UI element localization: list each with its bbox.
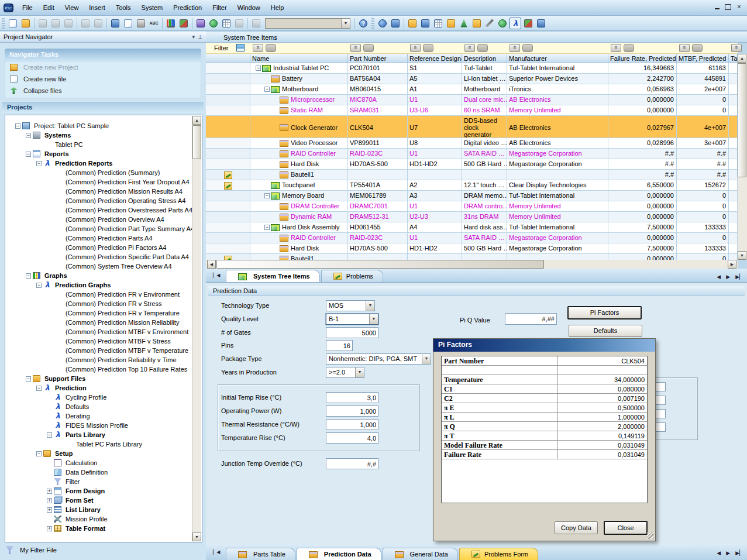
cell-manufacturer[interactable]: Memory Unlimited	[507, 212, 608, 222]
cell-name[interactable]: Battery	[250, 74, 348, 84]
panel-menu-icon[interactable]: ▾	[192, 34, 195, 40]
print-preview-icon[interactable]	[122, 18, 134, 29]
tree-expander-icon[interactable]: +	[47, 498, 52, 503]
nav-tree-item[interactable]: −Systems	[6, 130, 192, 140]
nav-tree-item[interactable]: (Common) Prediction MTBF v Stress	[6, 336, 192, 346]
tools-icon[interactable]	[484, 18, 495, 29]
cell-part-number[interactable]	[348, 254, 408, 260]
tree-expander-icon[interactable]: +	[47, 489, 52, 494]
cell-part-number[interactable]: DRAM512-31	[348, 212, 408, 222]
defaults-button[interactable]: Defaults	[569, 325, 642, 337]
cell-mtbf[interactable]: 133333	[677, 243, 729, 254]
cell-mtbf[interactable]: 445891	[677, 74, 729, 84]
cell-part-number[interactable]: BAT56A04	[348, 74, 408, 84]
cell-mtbf[interactable]: 0	[677, 201, 729, 212]
cell-failure-rate[interactable]: 6,550000	[608, 180, 677, 191]
cell-manufacturer[interactable]	[507, 254, 608, 260]
cell-ta[interactable]	[729, 159, 738, 170]
scroll-left-icon[interactable]: ◀	[207, 260, 216, 269]
cell-reference-designator[interactable]: U1	[408, 149, 462, 159]
cell-name[interactable]: RAID Controller	[250, 149, 348, 159]
menu-view[interactable]: View	[60, 2, 84, 13]
table-row[interactable]: DRAM ControllerDRAMC7001U1DRAM contro…Me…	[206, 201, 738, 212]
nav-tree-item[interactable]: (Common) Prediction (Summary)	[6, 168, 192, 177]
nav-tree-item[interactable]: (Common) Prediction Operating Stress A4	[6, 196, 192, 205]
column-header-name[interactable]: Name	[250, 54, 348, 63]
nav-tree-item[interactable]: (Common) Prediction FR v Environment	[6, 290, 192, 299]
cell-manufacturer[interactable]: Tuf-Tablet International	[507, 222, 608, 233]
cell-description[interactable]	[462, 254, 507, 260]
filter-menu-icon[interactable]: ≡	[410, 44, 421, 52]
cell-mtbf[interactable]: #.#	[677, 170, 729, 180]
chevron-down-icon[interactable]: ▼	[366, 301, 374, 311]
cell-part-number[interactable]: MEM061789	[348, 191, 408, 201]
cell-ta[interactable]	[729, 191, 738, 201]
tab-problems[interactable]: Problems	[321, 270, 383, 282]
cell-reference-designator[interactable]: U8	[408, 138, 462, 149]
tree-expander-icon[interactable]: −	[26, 152, 31, 157]
tree-expander-icon[interactable]: −	[36, 386, 42, 391]
calculator-icon[interactable]	[195, 18, 206, 29]
spreadsheet-icon[interactable]	[221, 18, 232, 29]
nav-tree-item[interactable]: (Common) Prediction Overstressed Parts A…	[6, 205, 192, 215]
nav-tree-item[interactable]: (Common) Prediction First Year Dropout A…	[6, 177, 192, 187]
menu-tools[interactable]: Tools	[111, 2, 136, 13]
tab-scroll-right-icon[interactable]: ▶	[726, 550, 730, 556]
close-button[interactable]: ×	[735, 3, 743, 11]
task-collapse-files[interactable]: Collapse files	[5, 85, 201, 97]
cell-name[interactable]: −Industrial Tablet PC	[250, 63, 348, 74]
nav-tree-item[interactable]: −Graphs	[6, 271, 192, 280]
lambda-prediction-icon[interactable]: λ	[510, 18, 521, 29]
table-row[interactable]: Static RAMSRAM031U3-U660 ns SRAMMemory U…	[206, 105, 738, 116]
cell-manufacturer[interactable]: Tuf-Tablet International	[507, 63, 608, 74]
copy-icon[interactable]	[50, 18, 61, 29]
save-filter-icon[interactable]	[236, 44, 245, 51]
chevron-down-icon[interactable]: ▼	[341, 19, 350, 28]
cell-name[interactable]: Static RAM	[250, 105, 348, 116]
grid-horizontal-scrollbar[interactable]: ◀ ▶	[206, 260, 738, 269]
scroll-up-icon[interactable]: ▲	[192, 116, 201, 125]
tab-scroll-first-icon[interactable]: ▏◀	[213, 548, 222, 557]
scroll-thumb[interactable]	[738, 63, 746, 177]
tab-scroll-last-icon[interactable]: ▶▏	[735, 274, 743, 280]
split-view-icon[interactable]	[390, 18, 401, 29]
cell-reference-designator[interactable]: A3	[408, 191, 462, 201]
cell-part-number[interactable]: RAID-023C	[348, 233, 408, 243]
nav-tree-item[interactable]: +List Library	[6, 505, 192, 514]
cell-reference-designator[interactable]: HD1-HD2	[408, 159, 462, 170]
cell-manufacturer[interactable]: Megastorage Corporation	[507, 159, 608, 170]
nav-tree-item[interactable]: (Common) Prediction Part Type Summary A4	[6, 224, 192, 233]
cell-part-number[interactable]: MB060415	[348, 84, 408, 95]
cell-mtbf[interactable]: 0	[677, 191, 729, 201]
cell-description[interactable]: Dual core mic…	[462, 95, 507, 105]
chevron-down-icon[interactable]: ▼	[355, 367, 364, 377]
cell-description[interactable]: Hard disk ass…	[462, 222, 507, 233]
cell-failure-rate[interactable]: #.#	[608, 159, 677, 170]
search-gears-icon[interactable]	[471, 18, 483, 29]
column-header-description[interactable]: Description	[462, 54, 507, 63]
close-button[interactable]: Close	[604, 521, 648, 535]
cell-description[interactable]: Li-Ion tablet …	[462, 74, 507, 84]
blocks-icon[interactable]	[522, 18, 534, 29]
nav-tree-item[interactable]: (Common) Prediction Mission Results A4	[6, 187, 192, 196]
cell-mtbf[interactable]: 0	[677, 95, 729, 105]
org-chart-icon[interactable]	[419, 18, 431, 29]
nav-tree-item[interactable]: (Common) Prediction Top 10 Failure Rates	[6, 365, 192, 374]
filter-menu-icon[interactable]: ≡	[731, 44, 742, 52]
tab-prediction-data[interactable]: Prediction Data	[297, 548, 381, 560]
menu-system[interactable]: System	[136, 2, 168, 13]
cell-mtbf[interactable]: #.#	[677, 149, 729, 159]
nav-tree-item[interactable]: λCycling Profile	[6, 393, 192, 402]
cell-part-number[interactable]: TP55401A	[348, 180, 408, 191]
nav-tree-item[interactable]: −λPrediction	[6, 383, 192, 393]
chevron-down-icon[interactable]: ▼	[422, 354, 431, 364]
cell-description[interactable]: 500 GB Hard …	[462, 243, 507, 254]
pins-input[interactable]	[326, 340, 353, 351]
table-row[interactable]: −Memory BoardMEM061789A3DRAM memo…Tuf-Ta…	[206, 191, 738, 201]
cell-failure-rate[interactable]: 0,000000	[608, 233, 677, 243]
cell-reference-designator[interactable]: A2	[408, 180, 462, 191]
nav-tree-item[interactable]: λDerating	[6, 411, 192, 421]
cell-mtbf[interactable]: 152672	[677, 180, 729, 191]
cell-name[interactable]: Hard Disk	[250, 159, 348, 170]
nav-tree-item[interactable]: −Project: Tablet PC Sample	[6, 121, 192, 130]
